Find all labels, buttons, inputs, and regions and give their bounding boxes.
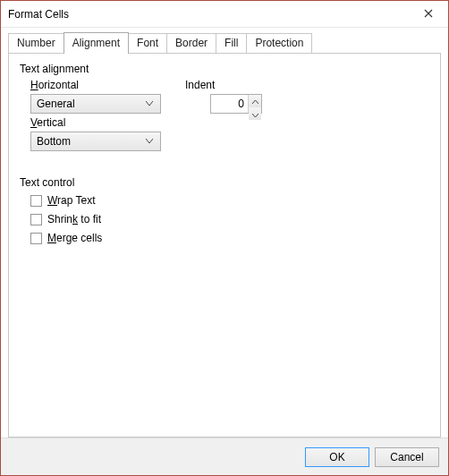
checkbox-box [30,233,42,244]
merge-cells-checkbox[interactable]: Merge cells [30,232,429,244]
text-control-group: Text control Wrap Text Shrink to fit Mer… [20,176,429,244]
tab-fill[interactable]: Fill [216,33,247,53]
chevron-up-icon [252,95,258,107]
merge-cells-label: Merge cells [47,232,102,244]
spin-buttons [248,95,261,113]
vertical-label: Vertical [30,116,169,129]
indent-input[interactable] [211,95,248,113]
chevron-down-icon [252,107,258,120]
wrap-text-label: Wrap Text [47,194,96,207]
tab-protection[interactable]: Protection [246,33,312,53]
shrink-to-fit-label: Shrink to fit [47,213,101,225]
wrap-text-checkbox[interactable]: Wrap Text [30,194,429,207]
tab-panel-alignment: Text alignment Horizontal Indent General [8,53,441,438]
tabstrip: Number Alignment Font Border Fill Protec… [8,33,441,53]
indent-spinner[interactable] [210,94,262,114]
tab-border[interactable]: Border [166,33,216,53]
ok-button[interactable]: OK [305,447,369,467]
close-icon [424,8,433,21]
window-title: Format Cells [8,8,408,21]
vertical-combo[interactable]: Bottom [30,132,161,151]
format-cells-dialog: Format Cells Number Alignment Font Borde… [0,0,449,476]
shrink-to-fit-checkbox[interactable]: Shrink to fit [30,213,429,225]
dialog-footer: OK Cancel [1,438,448,475]
horizontal-label: Horizontal [30,79,169,91]
cancel-button[interactable]: Cancel [375,447,439,467]
alignment-grid: Horizontal Indent General [20,79,429,151]
tab-alignment[interactable]: Alignment [64,32,129,54]
checkbox-list: Wrap Text Shrink to fit Merge cells [20,194,429,244]
titlebar: Format Cells [1,1,448,28]
tab-number[interactable]: Number [8,33,64,53]
chevron-down-icon [142,139,157,144]
checkbox-box [30,195,42,207]
horizontal-combo[interactable]: General [30,94,161,114]
indent-increment-button[interactable] [249,95,261,107]
indent-decrement-button[interactable] [249,107,261,120]
text-alignment-group: Text alignment Horizontal Indent General [20,63,429,151]
close-button[interactable] [408,1,448,28]
text-alignment-label: Text alignment [20,63,429,75]
vertical-value: Bottom [37,135,142,148]
horizontal-value: General [37,98,142,110]
chevron-down-icon [142,101,157,106]
tab-font[interactable]: Font [128,33,167,53]
dialog-body: Number Alignment Font Border Fill Protec… [1,28,448,438]
checkbox-box [30,214,42,225]
indent-label: Indent [185,79,284,91]
text-control-label: Text control [20,176,429,189]
